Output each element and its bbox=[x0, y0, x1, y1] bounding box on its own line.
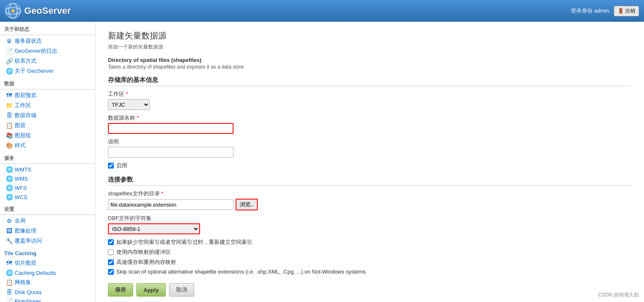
blobstores-icon: 📄 bbox=[6, 298, 13, 302]
skip-scan-checkbox[interactable] bbox=[108, 269, 114, 275]
workspace-label: 工作区 * bbox=[108, 90, 631, 98]
logo: GeoServer bbox=[5, 3, 71, 19]
shapefiles-dir-input[interactable] bbox=[108, 199, 233, 210]
enabled-label: 启用 bbox=[116, 162, 127, 169]
caching-defaults-icon: 🌐 bbox=[6, 269, 13, 276]
basic-info-section-title: 存储库的基本信息 bbox=[108, 76, 631, 86]
logo-text: GeoServer bbox=[24, 5, 71, 16]
sidebar-item-image-processing[interactable]: 🖼 图像处理 bbox=[0, 226, 95, 236]
use-memory-mapped-checkbox[interactable] bbox=[108, 249, 114, 255]
logout-label[interactable]: 注销 bbox=[625, 8, 635, 15]
sidebar-section-settings: 设置 bbox=[0, 202, 95, 215]
sidebar-label-caching-defaults: Caching Defaults bbox=[15, 270, 56, 276]
sidebar-item-styles[interactable]: 🎨 样式 bbox=[0, 141, 95, 151]
buttons-row: 保存 Apply 取消 bbox=[108, 283, 631, 297]
sidebar-label-workspaces: 工作区 bbox=[15, 102, 31, 109]
workspace-group: 工作区 * TFJC bbox=[108, 90, 631, 110]
server-status-icon: 🖥 bbox=[6, 38, 13, 44]
workspace-select[interactable]: TFJC bbox=[108, 99, 150, 110]
checkbox1-label: 如果缺少空间索引或者空间索引过时，重新建立空间索引 bbox=[116, 238, 252, 246]
connection-params-title: 连接参数 bbox=[108, 176, 631, 186]
sidebar-item-wms[interactable]: 🌐 WMS bbox=[0, 174, 95, 183]
rebuild-spatial-index-checkbox[interactable] bbox=[108, 239, 114, 245]
enabled-checkbox[interactable] bbox=[108, 163, 114, 169]
checkbox2-label: 使用内存映射的缓冲区 bbox=[116, 248, 171, 256]
dbf-charset-label: DBF文件的字符集 bbox=[108, 215, 631, 222]
sidebar-item-workspaces[interactable]: 📁 工作区 bbox=[0, 100, 95, 110]
save-button[interactable]: 保存 bbox=[108, 283, 133, 297]
wmts-icon: 🌐 bbox=[6, 166, 13, 173]
layout: 关于和状态 🖥 服务器状态 📄 GeoServer的日志 🔗 联系方式 🌐 关于… bbox=[0, 22, 644, 302]
sidebar-item-coverage-access[interactable]: 🔧 覆盖率访问 bbox=[0, 236, 95, 246]
datasource-name-label: 数据源名称 * bbox=[108, 114, 631, 122]
checkbox1-row: 如果缺少空间索引或者空间索引过时，重新建立空间索引 bbox=[108, 238, 631, 246]
contact-icon: 🔗 bbox=[6, 58, 13, 64]
sidebar-label-layer-preview: 图层预览 bbox=[15, 92, 36, 99]
sidebar-item-wmts[interactable]: 🌐 WMTS bbox=[0, 165, 95, 174]
description-label: 说明 bbox=[108, 138, 631, 146]
styles-icon: 🎨 bbox=[6, 142, 13, 149]
sidebar-label-global: 全局 bbox=[15, 217, 26, 225]
global-icon: ⚙ bbox=[6, 218, 13, 224]
sidebar-item-caching-defaults[interactable]: 🌐 Caching Defaults bbox=[0, 268, 95, 277]
sidebar-section-services: 服务 bbox=[0, 151, 95, 164]
sidebar-label-contact: 联系方式 bbox=[15, 57, 36, 65]
svg-point-3 bbox=[11, 9, 15, 13]
sidebar-label-layergroups: 图层组 bbox=[15, 132, 31, 139]
sidebar-item-wcs[interactable]: 🌐 WCS bbox=[0, 192, 95, 202]
apply-button[interactable]: Apply bbox=[136, 283, 166, 297]
main-content: 新建矢量数据源 添加一个新的矢量数据源 Directory of spatial… bbox=[95, 22, 644, 302]
layer-preview-icon: 🗺 bbox=[6, 92, 13, 99]
sidebar-item-blobstores[interactable]: 📄 BlobStores bbox=[0, 297, 95, 302]
logout-button[interactable]: 🚪 注销 bbox=[614, 6, 639, 16]
wfs-icon: 🌐 bbox=[6, 184, 13, 191]
sidebar-item-gridsets[interactable]: 📋 网格集 bbox=[0, 277, 95, 287]
sidebar-label-wcs: WCS bbox=[15, 194, 27, 200]
sidebar-label-wms: WMS bbox=[15, 176, 28, 182]
browse-button[interactable]: 浏览.. bbox=[236, 199, 258, 210]
sidebar-label-about: 关于 GeoServer bbox=[15, 67, 53, 75]
sidebar-item-datastores[interactable]: 🗄 数据存储 bbox=[0, 110, 95, 120]
shapefiles-dir-required: * bbox=[161, 190, 163, 197]
sidebar-item-layer-preview[interactable]: 🗺 图层预览 bbox=[0, 90, 95, 100]
sidebar: 关于和状态 🖥 服务器状态 📄 GeoServer的日志 🔗 联系方式 🌐 关于… bbox=[0, 22, 95, 302]
datasource-type: Directory of spatial files (shapefiles) bbox=[108, 57, 631, 63]
sidebar-label-gridsets: 网格集 bbox=[15, 279, 31, 286]
sidebar-label-coverage-access: 覆盖率访问 bbox=[15, 237, 42, 245]
sidebar-item-tile-layers[interactable]: 🗺 切片图层 bbox=[0, 258, 95, 268]
logout-icon: 🚪 bbox=[618, 8, 624, 14]
description-group: 说明 bbox=[108, 138, 631, 158]
charset-select[interactable]: ISO-8859-1 UTF-8 GBK GB2312 bbox=[108, 223, 200, 234]
cancel-button[interactable]: 取消 bbox=[169, 283, 194, 297]
logs-icon: 📄 bbox=[6, 48, 13, 54]
wms-icon: 🌐 bbox=[6, 175, 13, 182]
coverage-icon: 🔧 bbox=[6, 238, 13, 244]
sidebar-item-disk-quota[interactable]: 🗄 Disk Quota bbox=[0, 287, 95, 297]
sidebar-label-logs: GeoServer的日志 bbox=[15, 47, 57, 55]
sidebar-item-about[interactable]: 🌐 关于 GeoServer bbox=[0, 66, 95, 76]
sidebar-label-blobstores: BlobStores bbox=[15, 298, 41, 302]
sidebar-item-global[interactable]: ⚙ 全局 bbox=[0, 216, 95, 226]
workspaces-icon: 📁 bbox=[6, 102, 13, 109]
image-processing-icon: 🖼 bbox=[6, 228, 13, 234]
sidebar-item-layers[interactable]: 📋 图层 bbox=[0, 120, 95, 131]
wcs-icon: 🌐 bbox=[6, 194, 13, 200]
about-icon: 🌐 bbox=[6, 68, 13, 74]
sidebar-label-styles: 样式 bbox=[15, 142, 26, 149]
description-input[interactable] bbox=[108, 147, 233, 158]
sidebar-item-logs[interactable]: 📄 GeoServer的日志 bbox=[0, 46, 95, 56]
datasource-name-input[interactable] bbox=[108, 123, 233, 134]
header: GeoServer 登录身份 admin. 🚪 注销 bbox=[0, 0, 644, 22]
sidebar-item-contact[interactable]: 🔗 联系方式 bbox=[0, 56, 95, 66]
cache-reuse-memory-checkbox[interactable] bbox=[108, 259, 114, 265]
datasource-desc: Takes a directory of shapefiles and expo… bbox=[108, 64, 631, 70]
watermark: CSDN @雨煮久阳 bbox=[598, 292, 639, 299]
layers-icon: 📋 bbox=[6, 122, 13, 129]
sidebar-item-layergroups[interactable]: 📚 图层组 bbox=[0, 131, 95, 141]
sidebar-item-wfs[interactable]: 🌐 WFS bbox=[0, 183, 95, 192]
sidebar-label-wmts: WMTS bbox=[15, 166, 31, 173]
page-title: 新建矢量数据源 bbox=[108, 30, 631, 41]
sidebar-section-tile-caching: Tile Caching bbox=[0, 246, 95, 258]
sidebar-label-wfs: WFS bbox=[15, 185, 27, 191]
sidebar-item-server-status[interactable]: 🖥 服务器状态 bbox=[0, 36, 95, 46]
